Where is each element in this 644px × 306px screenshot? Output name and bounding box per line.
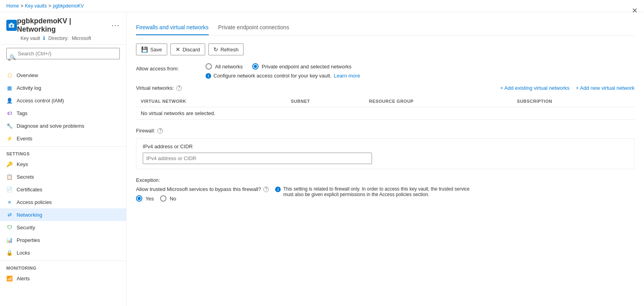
sidebar-item-keys[interactable]: 🔑 Keys (0, 158, 126, 170)
breadcrumb: Home > Key vaults > pgbkpdemoKV (0, 0, 644, 12)
sidebar-item-access-control[interactable]: 👤 Access control (IAM) (0, 94, 126, 107)
exception-help-icon[interactable]: ? (263, 187, 269, 192)
virtual-networks-header: Virtual networks: ? + Add existing virtu… (136, 85, 635, 91)
exception-label: Exception: (136, 177, 635, 183)
sidebar-item-label: Locks (17, 250, 30, 256)
sidebar-item-label: Activity log (17, 85, 41, 91)
monitoring-section-title: Monitoring (0, 261, 126, 272)
access-info-text: Configure network access control for you… (213, 73, 331, 79)
ipv4-input[interactable] (143, 153, 372, 164)
locks-icon: 🔒 (6, 249, 13, 256)
sidebar-item-label: Access control (IAM) (17, 98, 64, 104)
close-button[interactable]: ✕ (632, 12, 638, 15)
radio-all-networks[interactable]: All networks (206, 63, 243, 70)
sidebar-item-secrets[interactable]: 📋 Secrets (0, 170, 126, 183)
security-icon: 🛡 (6, 224, 13, 230)
info-icon: ℹ (43, 35, 45, 41)
tags-icon: 🏷 (6, 110, 13, 116)
radio-exception-no[interactable]: No (160, 195, 176, 202)
col-subnet: SUBNET (286, 96, 364, 107)
exception-section: Exception: Allow trusted Microsoft servi… (136, 177, 635, 202)
ipv4-title: IPv4 address or CIDR (143, 144, 628, 149)
table-empty-message: No virtual networks are selected. (136, 107, 635, 120)
sidebar-item-networking[interactable]: ⇄ Networking (0, 208, 126, 221)
sidebar-item-overview[interactable]: ⬡ Overview (0, 69, 126, 81)
sidebar-item-label: Events (17, 136, 32, 142)
radio-private-endpoint-label: Private endpoint and selected networks (262, 64, 351, 70)
sidebar-item-diagnose[interactable]: 🔧 Diagnose and solve problems (0, 119, 126, 132)
sidebar-item-access-policies[interactable]: ≡ Access policies (0, 196, 126, 208)
resource-icon (6, 20, 17, 31)
exception-row: Allow trusted Microsoft services to bypa… (136, 186, 635, 202)
radio-private-endpoint[interactable]: Private endpoint and selected networks (252, 63, 351, 70)
radio-all-networks-circle (206, 63, 212, 70)
sidebar-item-label: Properties (17, 237, 40, 243)
sidebar-item-properties[interactable]: 📊 Properties (0, 234, 126, 246)
radio-no-label: No (170, 196, 176, 202)
sidebar-item-label: Security (17, 225, 35, 230)
sidebar-item-security[interactable]: 🛡 Security (0, 221, 126, 234)
tab-bar: Firewalls and virtual networks Private e… (136, 20, 635, 36)
sidebar-item-tags[interactable]: 🏷 Tags (0, 107, 126, 119)
sidebar-item-events[interactable]: ⚡ Events (0, 132, 126, 145)
virtual-networks-actions: + Add existing virtual networks + Add ne… (500, 85, 635, 91)
allow-access-row: Allow access from: All networks Private … (136, 63, 635, 79)
sidebar-item-label: Networking (17, 212, 42, 218)
sidebar-item-activity-log[interactable]: ▦ Activity log (0, 81, 126, 94)
iam-icon: 👤 (6, 97, 13, 104)
radio-private-endpoint-circle (252, 63, 259, 70)
sidebar-nav: ⬡ Overview ▦ Activity log 👤 Access contr… (0, 69, 126, 306)
breadcrumb-home[interactable]: Home (6, 3, 19, 9)
directory-label: Directory: (48, 36, 68, 41)
collapse-sidebar-button[interactable]: « (8, 56, 11, 62)
discard-button[interactable]: ✕ Discard (170, 43, 205, 55)
networking-icon: ⇄ (6, 212, 13, 218)
table-header-row: VIRTUAL NETWORK SUBNET RESOURCE GROUP SU… (136, 96, 635, 107)
ipv4-box: IPv4 address or CIDR (136, 138, 635, 169)
table-empty-row: No virtual networks are selected. (136, 107, 635, 120)
virtual-networks-label: Virtual networks: ? (136, 85, 182, 91)
sidebar-item-label: Alerts (17, 276, 30, 281)
access-info-row: i Configure network access control for y… (206, 73, 360, 79)
sidebar-item-label: Tags (17, 110, 27, 116)
breadcrumb-resource[interactable]: pgbkpdemoKV (53, 3, 84, 9)
exception-info: i This setting is related to firewall on… (275, 186, 473, 197)
resource-subtitle: Key vault ℹ Directory: Microsoft (21, 35, 120, 41)
radio-exception-yes[interactable]: Yes (136, 195, 154, 202)
activity-log-icon: ▦ (6, 85, 13, 91)
col-virtual-network: VIRTUAL NETWORK (136, 96, 286, 107)
properties-icon: 📊 (6, 237, 13, 243)
access-policies-icon: ≡ (6, 199, 13, 205)
sidebar-item-label: Access policies (17, 199, 52, 205)
sidebar-item-locks[interactable]: 🔒 Locks (0, 246, 126, 259)
refresh-button[interactable]: ↻ Refresh (208, 43, 244, 55)
tab-firewalls[interactable]: Firewalls and virtual networks (136, 20, 209, 35)
radio-yes-label: Yes (145, 196, 154, 202)
resource-name: pgbkpdemoKV | Networking (17, 17, 108, 34)
secrets-icon: 📋 (6, 174, 13, 180)
more-options-button[interactable]: ··· (111, 21, 120, 30)
svg-point-1 (11, 25, 12, 26)
sidebar-item-certificates[interactable]: 📄 Certificates (0, 183, 126, 196)
tab-private-endpoint[interactable]: Private endpoint connections (218, 20, 289, 35)
alerts-icon: 📶 (6, 275, 13, 281)
save-button[interactable]: 💾 Save (136, 43, 167, 55)
firewall-help-icon[interactable]: ? (157, 128, 163, 134)
radio-yes-circle (136, 195, 142, 202)
events-icon: ⚡ (6, 135, 13, 142)
add-new-vnet-link[interactable]: + Add new virtual network (576, 85, 635, 91)
resource-header: pgbkpdemoKV | Networking ··· Key vault ℹ… (0, 12, 126, 45)
add-existing-vnet-link[interactable]: + Add existing virtual networks (500, 85, 569, 91)
radio-no-circle (160, 195, 166, 202)
breadcrumb-key-vaults[interactable]: Key vaults (25, 3, 47, 9)
search-input[interactable] (6, 48, 120, 59)
settings-section-title: Settings (0, 146, 126, 158)
sidebar-item-alerts[interactable]: 📶 Alerts (0, 272, 126, 285)
virtual-networks-help-icon[interactable]: ? (176, 85, 182, 91)
learn-more-link[interactable]: Learn more (334, 73, 360, 79)
firewall-label: Firewall: ? (136, 128, 635, 134)
sidebar-item-label: Secrets (17, 174, 34, 180)
sidebar: pgbkpdemoKV | Networking ··· Key vault ℹ… (0, 12, 127, 306)
firewall-section: Firewall: ? IPv4 address or CIDR (136, 128, 635, 169)
certificates-icon: 📄 (6, 186, 13, 193)
